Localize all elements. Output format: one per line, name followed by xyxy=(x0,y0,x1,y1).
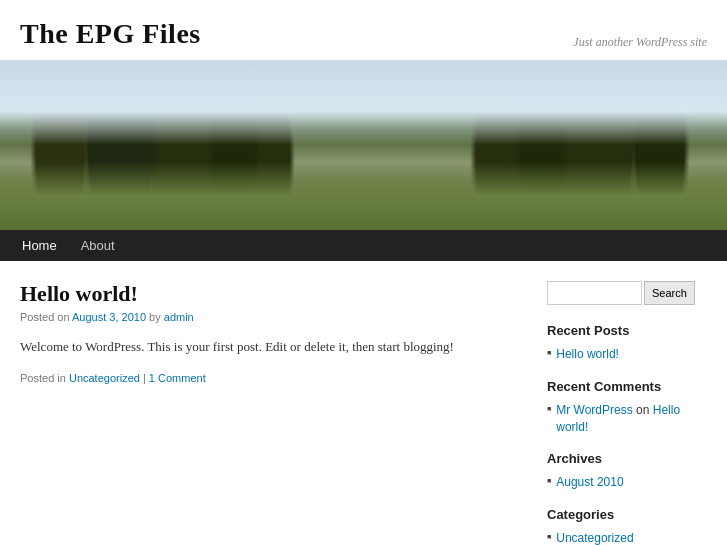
main-content: Hello world! Posted on August 3, 2010 by… xyxy=(20,281,527,545)
post-footer: Posted in Uncategorized | 1 Comment xyxy=(20,372,527,384)
comment-author-link[interactable]: Mr WordPress xyxy=(556,403,632,417)
post: Hello world! Posted on August 3, 2010 by… xyxy=(20,281,527,384)
post-meta: Posted on August 3, 2010 by admin xyxy=(20,311,527,323)
archive-link-1[interactable]: August 2010 xyxy=(556,474,623,491)
post-comment-link[interactable]: 1 Comment xyxy=(149,372,206,384)
list-item: August 2010 xyxy=(547,472,707,493)
recent-comments-section: Recent Comments Mr WordPress on Hello wo… xyxy=(547,379,707,438)
post-content: Welcome to WordPress. This is your first… xyxy=(20,337,527,358)
search-button[interactable]: Search xyxy=(644,281,695,305)
main-nav: Home About xyxy=(0,230,727,261)
nav-item-about[interactable]: About xyxy=(69,230,127,261)
archives-heading: Archives xyxy=(547,451,707,466)
recent-post-link-1[interactable]: Hello world! xyxy=(556,346,619,363)
categories-section: Categories Uncategorized xyxy=(547,507,707,545)
nav-item-home[interactable]: Home xyxy=(10,230,69,261)
search-input[interactable] xyxy=(547,281,642,305)
post-category-link[interactable]: Uncategorized xyxy=(69,372,140,384)
list-item: Mr WordPress on Hello world! xyxy=(547,400,707,438)
category-link-1[interactable]: Uncategorized xyxy=(556,530,633,545)
sidebar: Search Recent Posts Hello world! Recent … xyxy=(547,281,707,545)
recent-posts-heading: Recent Posts xyxy=(547,323,707,338)
post-author-link[interactable]: admin xyxy=(164,311,194,323)
recent-comments-heading: Recent Comments xyxy=(547,379,707,394)
search-widget: Search xyxy=(547,281,707,305)
site-tagline: Just another WordPress site xyxy=(573,35,707,50)
list-item: Uncategorized xyxy=(547,528,707,545)
list-item: Hello world! xyxy=(547,344,707,365)
recent-posts-section: Recent Posts Hello world! xyxy=(547,323,707,365)
archives-section: Archives August 2010 xyxy=(547,451,707,493)
site-title: The EPG Files xyxy=(20,18,201,50)
categories-heading: Categories xyxy=(547,507,707,522)
post-date-link[interactable]: August 3, 2010 xyxy=(72,311,146,323)
post-title: Hello world! xyxy=(20,281,527,307)
hero-image xyxy=(0,60,727,230)
